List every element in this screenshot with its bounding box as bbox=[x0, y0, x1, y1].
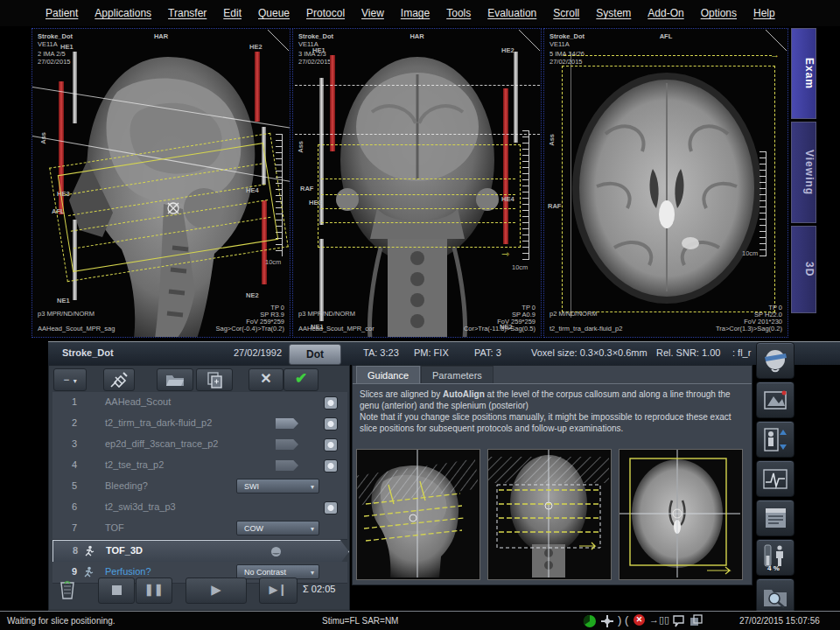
protocol-info-button[interactable] bbox=[756, 500, 794, 536]
menu-help[interactable]: Help bbox=[753, 7, 775, 19]
image-display-button[interactable] bbox=[756, 382, 794, 418]
pat-factor: PAT: 3 bbox=[474, 347, 501, 358]
series-description: AAHead_Scout_MPR_cor bbox=[298, 325, 374, 332]
menu-transfer[interactable]: Transfer bbox=[168, 7, 206, 19]
menu-protocol[interactable]: Protocol bbox=[306, 7, 345, 19]
queue-row-1[interactable]: 1 AAHead_Scout bbox=[52, 392, 347, 414]
open-protocol-button[interactable] bbox=[157, 368, 193, 391]
start-measurement-button[interactable]: ▶ bbox=[186, 578, 247, 604]
decision-dropdown[interactable]: COW ▾ bbox=[236, 521, 319, 536]
physio-display-button[interactable] bbox=[756, 460, 794, 497]
row-number: 5 bbox=[72, 480, 77, 491]
menu-tools[interactable]: Tools bbox=[446, 7, 471, 19]
corner-fold-icon[interactable] bbox=[268, 30, 289, 51]
pace-arrow-badge[interactable] bbox=[276, 460, 298, 471]
tab-parameters[interactable]: Parameters bbox=[421, 366, 494, 384]
archive-icon bbox=[690, 614, 703, 627]
coil-label-he1: HE1 bbox=[312, 46, 326, 54]
menu-applications[interactable]: Applications bbox=[94, 7, 151, 19]
speech-bubble-icon bbox=[672, 614, 685, 627]
menu-edit[interactable]: Edit bbox=[223, 7, 242, 19]
patient-birthdate: 27/02/1992 bbox=[234, 347, 282, 358]
syringe-icon bbox=[109, 371, 129, 388]
image-panel-axial[interactable]: Stroke_Dot VE11A 5 IMA 14/26 27/02/2015 … bbox=[543, 28, 788, 338]
menu-evaluation[interactable]: Evaluation bbox=[487, 7, 536, 19]
thumb-coronal-image bbox=[488, 450, 609, 578]
pace-arrow-badge[interactable] bbox=[276, 418, 298, 429]
slice-tool-dropdown-button[interactable]: − ▾ bbox=[53, 368, 87, 391]
queue-row-7[interactable]: 7 TOF COW ▾ bbox=[52, 518, 347, 540]
tab-exam[interactable]: Exam bbox=[791, 28, 816, 119]
queue-row-6[interactable]: 6 t2_swi3d_tra_p3 bbox=[52, 497, 347, 519]
row-number: 1 bbox=[72, 396, 77, 407]
dot-engine-button[interactable]: Dot bbox=[289, 344, 341, 365]
tab-viewing[interactable]: Viewing bbox=[791, 122, 816, 223]
menu-queue[interactable]: Queue bbox=[258, 7, 290, 19]
tab-3d[interactable]: 3D bbox=[791, 226, 816, 313]
queue-row-8-selected[interactable]: 8 TOF_3D bbox=[52, 540, 349, 564]
browse-protocols-button[interactable] bbox=[756, 578, 794, 615]
queue-row-3[interactable]: 3 ep2d_diff_3scan_trace_p2 bbox=[52, 434, 347, 456]
queue-row-5[interactable]: 5 Bleeding? SWI ▾ bbox=[52, 476, 347, 498]
menu-image[interactable]: Image bbox=[401, 7, 430, 19]
row-number: 3 bbox=[72, 438, 77, 449]
exam-info-bar: Stroke_Dot 27/02/1992 Dot TA: 3:23 PM: F… bbox=[48, 341, 840, 365]
patient-reposition-button[interactable] bbox=[756, 421, 794, 458]
slice-group-box[interactable] bbox=[318, 144, 521, 248]
coil-bar-gray bbox=[319, 239, 324, 321]
tab-guidance[interactable]: Guidance bbox=[356, 366, 420, 384]
queue-row-4[interactable]: 4 t2_tse_tra_p2 bbox=[52, 455, 347, 477]
delete-measurement-button[interactable] bbox=[54, 578, 80, 602]
sar-monitor-button[interactable]: 4 % bbox=[756, 539, 794, 576]
series-description: t2_tirm_tra_dark-fluid_p2 bbox=[550, 325, 622, 332]
trash-icon bbox=[59, 579, 76, 600]
corner-fold-icon[interactable] bbox=[766, 30, 787, 51]
stimulation-status: Stimu=FL SAR=NM bbox=[322, 616, 398, 626]
scan-date: 27/02/2015 bbox=[550, 58, 583, 66]
cancel-button[interactable]: ✕ bbox=[248, 368, 284, 391]
slice-direction-arrow: → bbox=[770, 50, 780, 60]
guidance-thumb-coronal[interactable] bbox=[487, 449, 612, 580]
total-exam-time: Σ 02:05 bbox=[303, 584, 335, 594]
coil-brace-icon: )﻿ ( bbox=[618, 613, 628, 626]
image-panel-sagittal[interactable]: Stroke_Dot VE11A 2 IMA 2/5 27/02/2015 HA… bbox=[32, 28, 290, 338]
contrast-injection-button[interactable] bbox=[103, 368, 135, 391]
corner-fold-icon[interactable] bbox=[519, 30, 540, 51]
series-description: AAHead_Scout_MPR_sag bbox=[38, 325, 115, 332]
image-panel-coronal[interactable]: Stroke_Dot VE11A 3 IMA 2/3 27/02/2015 HA… bbox=[292, 28, 542, 338]
sequence-name: : fl_r bbox=[732, 347, 751, 358]
menu-addon[interactable]: Add-On bbox=[648, 7, 683, 19]
copy-reference-button[interactable] bbox=[196, 368, 233, 391]
physio-curve-icon bbox=[761, 465, 789, 493]
stop-button[interactable] bbox=[98, 578, 135, 604]
software-version: VE11A bbox=[550, 40, 570, 48]
guidance-thumb-axial[interactable] bbox=[619, 449, 743, 580]
scale-ruler bbox=[760, 151, 766, 256]
crosshair-icon[interactable] bbox=[165, 200, 181, 216]
queue-row-2[interactable]: 2 t2_tirm_tra_dark-fluid_p2 bbox=[52, 413, 347, 435]
guidance-thumb-sagittal[interactable] bbox=[356, 449, 480, 580]
orientation-value: Sag>Cor(-0.4)>Tra(0.2) bbox=[215, 325, 284, 332]
menu-system[interactable]: System bbox=[596, 7, 631, 19]
orientation-value: Cor>Tra(-11.8)>Sag(0.5) bbox=[464, 325, 536, 332]
slice-direction-arrow: ⇾ bbox=[501, 249, 509, 259]
skip-to-end-button[interactable]: ▶❙ bbox=[259, 578, 298, 604]
menu-scroll[interactable]: Scroll bbox=[553, 7, 579, 19]
menu-view[interactable]: View bbox=[361, 7, 384, 19]
orientation-label: HAR bbox=[154, 32, 168, 40]
image-number: 5 IMA 14/26 bbox=[550, 50, 584, 58]
decision-dropdown[interactable]: SWI ▾ bbox=[236, 479, 319, 494]
menu-patient[interactable]: Patient bbox=[46, 7, 78, 19]
confirm-button[interactable]: ✔ bbox=[284, 368, 318, 391]
orientation-label: HAR bbox=[410, 32, 424, 40]
coil-label-raf: RAF bbox=[300, 185, 313, 192]
menu-options[interactable]: Options bbox=[701, 7, 737, 19]
slice-fov-box[interactable] bbox=[562, 66, 775, 312]
head-coil-button[interactable] bbox=[756, 342, 794, 379]
pace-arrow-badge[interactable] bbox=[276, 439, 298, 450]
pause-button[interactable]: ❚❚ bbox=[136, 578, 172, 604]
camera-circle-icon bbox=[324, 396, 338, 410]
scan-date: 27/02/2015 bbox=[298, 58, 332, 66]
row-number: 8 bbox=[73, 545, 78, 556]
isocenter-icon bbox=[600, 614, 614, 628]
